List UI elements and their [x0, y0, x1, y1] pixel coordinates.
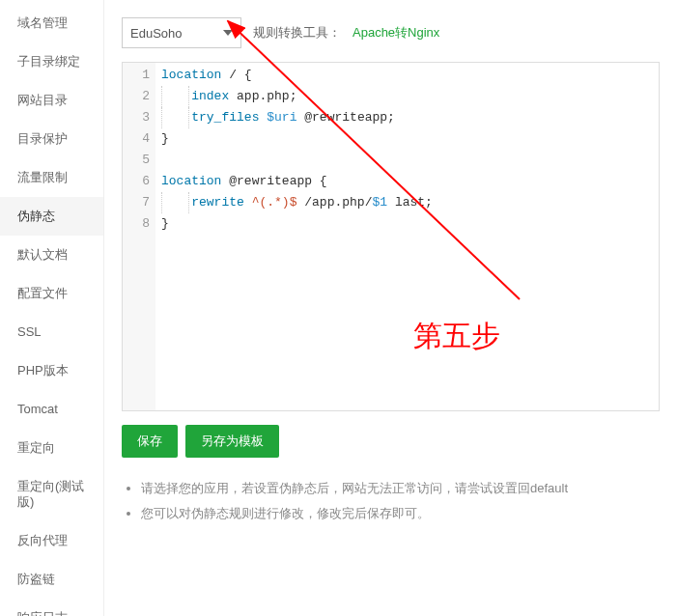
sidebar: 域名管理子目录绑定网站目录目录保护流量限制伪静态默认文档配置文件SSLPHP版本… [0, 0, 104, 616]
tips-list: 请选择您的应用，若设置伪静态后，网站无法正常访问，请尝试设置回default您可… [122, 479, 660, 523]
chevron-down-icon [223, 30, 233, 36]
sidebar-item[interactable]: 流量限制 [0, 158, 103, 197]
sidebar-item[interactable]: 响应日志 [0, 599, 103, 616]
sidebar-item[interactable]: PHP版本 [0, 351, 103, 390]
save-button[interactable]: 保存 [122, 425, 178, 458]
sidebar-item[interactable]: 伪静态 [0, 197, 103, 236]
template-select[interactable]: EduSoho [122, 17, 241, 48]
sidebar-item[interactable]: 反向代理 [0, 521, 103, 560]
sidebar-item[interactable]: 重定向 [0, 429, 103, 467]
tip-item: 请选择您的应用，若设置伪静态后，网站无法正常访问，请尝试设置回default [141, 479, 660, 498]
sidebar-item[interactable]: 子目录绑定 [0, 42, 103, 81]
sidebar-item[interactable]: 默认文档 [0, 236, 103, 274]
sidebar-item[interactable]: 重定向(测试版) [0, 467, 103, 521]
tip-item: 您可以对伪静态规则进行修改，修改完后保存即可。 [141, 504, 660, 523]
sidebar-item[interactable]: 配置文件 [0, 274, 103, 313]
template-select-value: EduSoho [130, 26, 183, 41]
convert-tool-label: 规则转换工具： [253, 24, 341, 42]
sidebar-item[interactable]: 防盗链 [0, 560, 103, 599]
sidebar-item[interactable]: 域名管理 [0, 4, 103, 42]
main-panel: EduSoho 规则转换工具： Apache转Nginx 12345678 lo… [104, 0, 677, 616]
sidebar-item[interactable]: 目录保护 [0, 120, 103, 158]
line-gutter: 12345678 [123, 63, 155, 410]
toolbar: EduSoho 规则转换工具： Apache转Nginx [122, 17, 660, 48]
code-area[interactable]: location / { index app.php; try_files $u… [155, 63, 659, 410]
button-row: 保存 另存为模板 [122, 425, 660, 458]
code-editor[interactable]: 12345678 location / { index app.php; try… [122, 62, 660, 411]
apache-to-nginx-link[interactable]: Apache转Nginx [353, 24, 439, 42]
sidebar-item[interactable]: SSL [0, 313, 103, 351]
sidebar-item[interactable]: 网站目录 [0, 81, 103, 120]
save-as-template-button[interactable]: 另存为模板 [185, 425, 279, 458]
sidebar-item[interactable]: Tomcat [0, 390, 103, 429]
